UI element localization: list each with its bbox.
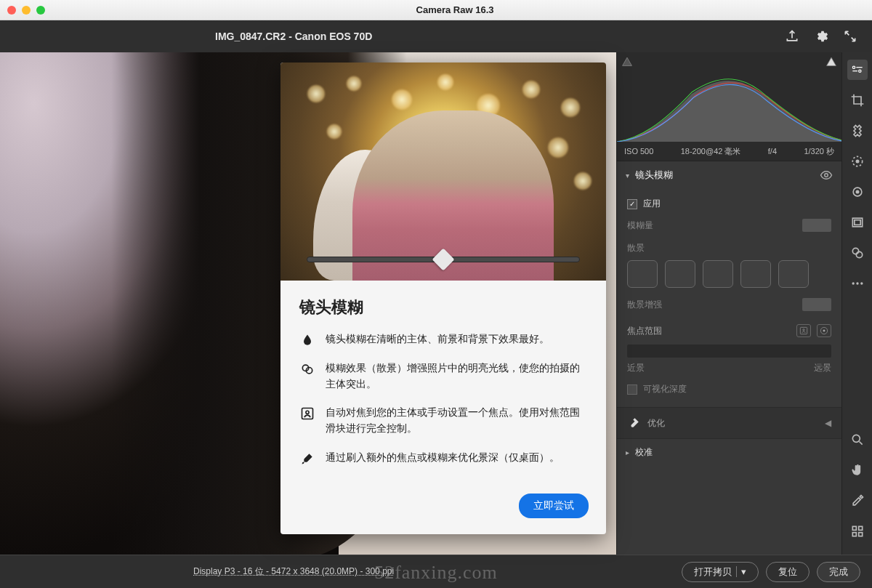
lensblur-tutorial-popup: 镜头模糊 镜头模糊在清晰的主体、前景和背景下效果最好。 模糊效果（散景）增强照片… [280, 63, 606, 534]
svg-rect-22 [858, 526, 862, 530]
right-panel: ISO 500 18-200@42 毫米 f/4 1/320 秒 ▾ 镜头模糊 … [616, 52, 841, 588]
zoom-tool-icon[interactable] [847, 430, 868, 450]
svg-rect-23 [852, 533, 856, 536]
brush-icon [627, 416, 640, 430]
svg-point-6 [823, 330, 825, 331]
svg-point-2 [825, 174, 828, 177]
gear-icon[interactable] [811, 26, 831, 47]
svg-point-7 [852, 66, 855, 68]
svg-point-19 [860, 282, 863, 284]
popup-bullet-4: 通过刷入额外的焦点或模糊来优化景深（仅桌面）。 [326, 450, 560, 466]
window-maximize[interactable] [36, 6, 45, 15]
popup-bullet-2: 模糊效果（散景）增强照片中的明亮光线，使您的拍摄的主体突出。 [326, 361, 587, 392]
bottom-bar: Display P3 - 16 位 - 5472 x 3648 (20.0MP)… [0, 555, 872, 588]
sampler-tool-icon[interactable] [847, 491, 868, 511]
popup-demo-slider[interactable] [307, 253, 580, 266]
done-button[interactable]: 完成 [817, 562, 860, 582]
optimize-collapse-icon[interactable]: ◀ [825, 418, 831, 428]
drop-icon [299, 331, 315, 347]
svg-point-15 [852, 248, 858, 254]
image-info[interactable]: Display P3 - 16 位 - 5472 x 3648 (20.0MP)… [12, 565, 674, 578]
fullscreen-icon[interactable] [840, 26, 860, 47]
meta-iso: ISO 500 [624, 147, 653, 156]
histogram[interactable]: ISO 500 18-200@42 毫米 f/4 1/320 秒 [617, 52, 841, 161]
bokeh-preset-4[interactable] [740, 260, 771, 288]
popup-title: 镜头模糊 [299, 297, 587, 318]
bokeh-preset-3[interactable] [703, 260, 733, 288]
svg-point-18 [856, 282, 858, 284]
blur-amount-value[interactable] [802, 219, 831, 232]
svg-rect-24 [858, 533, 862, 536]
optimize-row[interactable]: 优化 ◀ [617, 407, 841, 438]
svg-point-16 [856, 251, 862, 257]
focus-point-icon[interactable] [817, 324, 831, 337]
svg-point-28 [306, 411, 309, 414]
apply-label: 应用 [643, 198, 661, 210]
tool-rail [841, 52, 872, 588]
far-label: 远景 [814, 362, 831, 374]
focus-subject-icon[interactable] [796, 324, 811, 337]
bokeh-boost-value[interactable] [802, 298, 831, 311]
lensblur-panel-header[interactable]: ▾ 镜头模糊 [617, 161, 841, 189]
heal-tool-icon[interactable] [847, 121, 868, 141]
calibrate-panel-header[interactable]: ▸ 校准 [617, 439, 841, 466]
bokeh-label: 散景 [627, 242, 831, 254]
svg-point-10 [855, 160, 859, 164]
presets-tool-icon[interactable] [847, 243, 868, 263]
blur-amount-row[interactable]: 模糊量 [627, 219, 831, 232]
bokeh-preset-2[interactable] [665, 260, 695, 288]
app-toolbar: IMG_0847.CR2 - Canon EOS 70D [0, 20, 872, 52]
apply-checkbox[interactable] [627, 199, 637, 209]
grid-tool-icon[interactable] [847, 521, 868, 541]
bokeh-boost-row[interactable]: 散景增强 [627, 298, 831, 311]
focus-range-slider[interactable] [627, 345, 831, 358]
visualize-checkbox[interactable] [627, 384, 637, 395]
popup-bullet-1: 镜头模糊在清晰的主体、前景和背景下效果最好。 [326, 331, 549, 347]
crop-tool-icon[interactable] [847, 90, 868, 110]
meta-aperture: f/4 [768, 147, 777, 156]
export-icon[interactable] [782, 26, 802, 47]
window-close[interactable] [7, 6, 16, 15]
eye-icon[interactable] [820, 169, 833, 182]
mac-titlebar: Camera Raw 16.3 [0, 0, 872, 20]
filename-label: IMG_0847.CR2 - Canon EOS 70D [215, 31, 372, 42]
more-tool-icon[interactable] [847, 273, 868, 294]
svg-point-4 [803, 329, 804, 331]
svg-point-20 [852, 435, 860, 442]
mask-tool-icon[interactable] [847, 151, 868, 172]
svg-point-17 [852, 282, 854, 284]
bokeh-icon [299, 361, 315, 392]
bokeh-preset-1[interactable] [627, 260, 658, 288]
redeye-tool-icon[interactable] [847, 182, 868, 202]
hand-tool-icon[interactable] [847, 460, 868, 480]
svg-point-8 [858, 70, 860, 72]
meta-lens: 18-200@42 毫米 [681, 146, 741, 157]
edit-tool-icon[interactable] [847, 60, 868, 80]
bokeh-preset-5[interactable] [778, 260, 809, 288]
try-now-button[interactable]: 立即尝试 [519, 494, 589, 518]
near-label: 近景 [627, 362, 645, 374]
svg-point-12 [856, 190, 858, 193]
svg-rect-14 [854, 220, 860, 225]
meta-shutter: 1/320 秒 [804, 146, 834, 157]
open-copy-button[interactable]: 打开拷贝▾ [682, 562, 759, 582]
popup-hero-image [280, 63, 606, 281]
reset-button[interactable]: 复位 [766, 562, 810, 582]
focus-icon [299, 405, 315, 436]
visualize-depth-row[interactable]: 可视化深度 [627, 383, 831, 395]
focus-range-label: 焦点范围 [627, 325, 662, 337]
svg-rect-21 [852, 526, 856, 530]
brush-refine-icon [299, 450, 315, 466]
snapshot-tool-icon[interactable] [847, 212, 868, 233]
window-title: Camera Raw 16.3 [45, 4, 865, 15]
apply-checkbox-row[interactable]: 应用 [627, 198, 831, 210]
window-minimize[interactable] [22, 6, 31, 15]
popup-bullet-3: 自动对焦到您的主体或手动设置一个焦点。使用对焦范围滑块进行完全控制。 [326, 405, 587, 436]
lensblur-title: 镜头模糊 [635, 169, 820, 182]
